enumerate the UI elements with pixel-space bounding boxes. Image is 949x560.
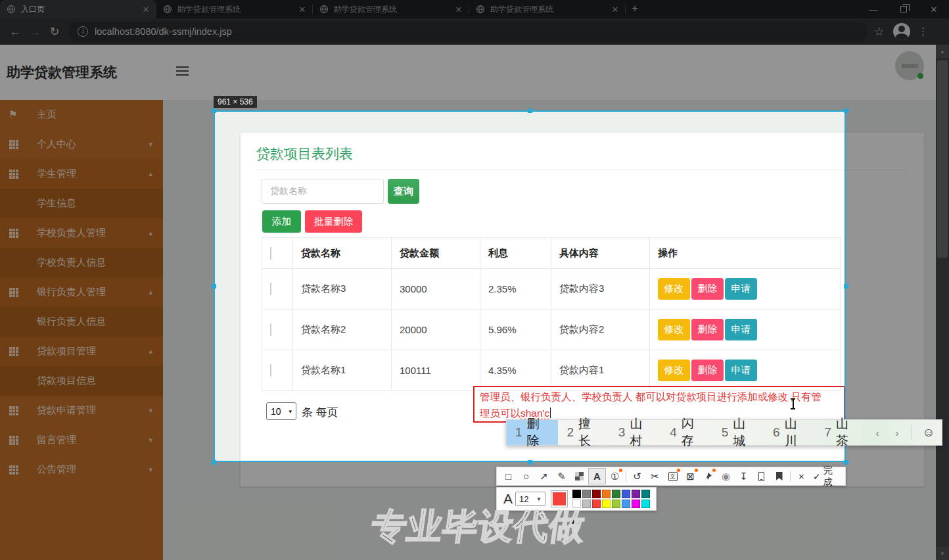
undo-icon[interactable]: ↺ [628,468,646,484]
mosaic-tool-icon[interactable] [570,468,588,484]
palette-color-swatch[interactable] [632,490,640,498]
number-badge-tool-icon[interactable]: ① [606,468,624,484]
palette-color-swatch[interactable] [592,500,601,508]
ime-candidate[interactable]: 3山村 [610,420,661,445]
record-icon[interactable]: ◉ [717,468,735,484]
screen: 入口页✕助学贷款管理系统✕助学贷款管理系统✕助学贷款管理系统✕ + — ✕ ← … [0,0,949,560]
text-tool-icon[interactable]: A [588,468,606,484]
cancel-capture-icon[interactable]: × [793,468,810,484]
ellipse-tool-icon[interactable]: ○ [517,468,535,484]
palette-color-swatch[interactable] [641,490,650,498]
ibeam-cursor [790,398,796,410]
palette-color-swatch[interactable] [612,490,620,498]
done-label: 完成 [823,465,840,488]
rectangle-tool-icon[interactable]: □ [499,468,517,484]
palette-color-swatch[interactable] [592,490,601,498]
ime-candidate[interactable]: 2擅长 [558,420,609,445]
palette-color-swatch[interactable] [612,500,620,508]
arrow-tool-icon[interactable]: ↗ [535,468,553,484]
palette-color-swatch[interactable] [641,500,650,508]
watermark-text: 专业毕设代做 [369,503,588,551]
ime-candidate[interactable]: 4闪存 [661,420,712,445]
selection-handle[interactable] [528,108,532,113]
selection-handle[interactable] [212,108,216,113]
ime-next-page-icon[interactable]: › [887,427,907,438]
capture-selection-rect[interactable] [214,110,846,462]
device-icon[interactable] [752,468,770,484]
dim-overlay-top [0,0,949,110]
translate-icon[interactable]: 文 [664,468,682,484]
selection-handle[interactable] [844,284,848,289]
palette-color-swatch[interactable] [602,500,611,508]
ime-candidate[interactable]: 6山川 [764,420,816,445]
bookmark-icon[interactable] [770,468,788,484]
ime-candidate[interactable]: 5山城 [713,420,764,445]
palette-color-swatch[interactable] [572,490,581,498]
ime-candidate[interactable]: 7山茶 [816,420,868,445]
selection-handle[interactable] [844,108,848,113]
ocr-icon[interactable]: ⊠ [682,468,699,484]
select-caret-icon: ▼ [536,496,542,502]
pin-icon[interactable] [699,468,717,484]
palette-color-swatch[interactable] [622,490,630,498]
selection-handle[interactable] [528,460,532,465]
ime-candidate-bar: 1删除2擅长3山村4闪存5山城6山川7山茶 ‹ › ☺ [506,419,942,446]
font-size-value: 12 [519,494,528,504]
selection-handle[interactable] [844,460,848,465]
ime-prev-page-icon[interactable]: ‹ [868,427,887,438]
dim-overlay-left [0,110,214,462]
palette-color-swatch[interactable] [582,490,591,498]
palette-color-swatch[interactable] [602,490,611,498]
selection-handle[interactable] [212,460,216,465]
ime-separator [911,425,912,440]
ime-candidates: 1删除2擅长3山村4闪存5山城6山川7山茶 [507,420,868,445]
download-icon[interactable]: ↧ [735,468,752,484]
snip-toolbar: □ ○ ↗ ✎ A ① ↺ ✂ 文 ⊠ ◉ ↧ × ✓ 完成 [496,467,846,486]
selection-handle[interactable] [212,284,216,289]
dim-overlay-right [846,110,949,462]
cut-icon[interactable]: ✂ [646,468,664,484]
confirm-capture-button[interactable]: ✓ 完成 [810,465,843,488]
palette-color-swatch[interactable] [632,500,640,508]
check-icon: ✓ [813,471,821,482]
ime-nav: ‹ › ☺ [868,420,942,445]
ime-emoji-icon[interactable]: ☺ [915,425,942,440]
palette-color-swatch[interactable] [622,500,630,508]
selection-size-label: 961 × 536 [214,96,257,108]
pencil-tool-icon[interactable]: ✎ [553,468,570,484]
ime-candidate[interactable]: 1删除 [507,420,558,445]
